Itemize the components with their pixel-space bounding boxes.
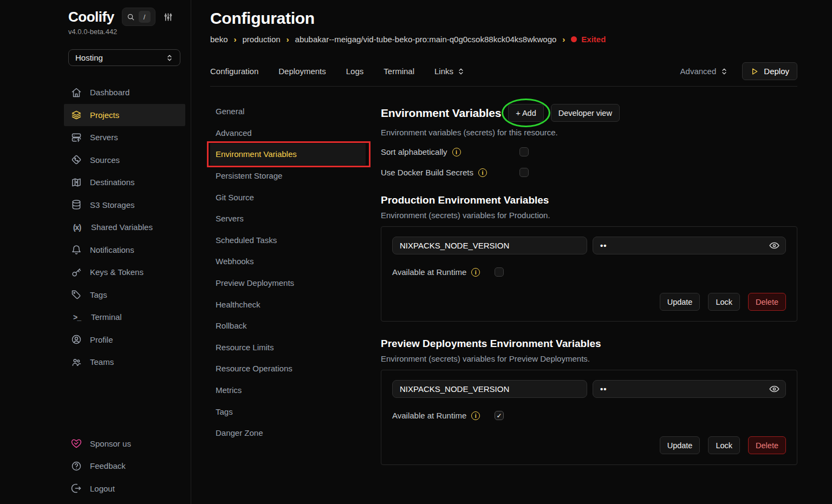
help-circle-icon <box>71 461 82 472</box>
available-at-runtime-checkbox[interactable]: ✓ <box>495 267 504 277</box>
info-icon: i <box>452 148 461 156</box>
sidebar-item-profile[interactable]: Profile <box>64 329 185 351</box>
panel-subtitle: Environment variables (secrets) for this… <box>381 128 797 137</box>
home-icon <box>71 87 82 98</box>
users-icon <box>71 357 82 368</box>
subnav-item-resource-limits[interactable]: Resource Limits <box>210 337 366 358</box>
sidebar-item-dashboard[interactable]: Dashboard <box>64 81 185 104</box>
status-badge: Exited <box>571 35 606 44</box>
subnav-item-webhooks[interactable]: Webhooks <box>210 251 366 272</box>
sidebar-item-label: Sources <box>90 155 120 165</box>
add-variable-button[interactable]: + Add <box>508 104 544 122</box>
lock-button[interactable]: Lock <box>708 293 740 311</box>
sidebar-item-label: Keys & Tokens <box>90 267 144 277</box>
tab-links-label: Links <box>434 67 453 76</box>
production-section-title: Production Environment Variables <box>381 194 797 206</box>
chevron-updown-icon <box>457 68 465 75</box>
subnav-item-persistent-storage[interactable]: Persistent Storage <box>210 165 366 187</box>
subnav-item-danger-zone[interactable]: Danger Zone <box>210 422 366 444</box>
sidebar-item-notifications[interactable]: Notifications <box>64 239 185 261</box>
variable-value-input[interactable] <box>593 380 786 398</box>
reveal-value-button[interactable] <box>769 240 780 251</box>
sidebar-item-projects[interactable]: Projects <box>64 104 185 127</box>
sidebar-header: Coolify / <box>68 8 185 26</box>
update-button[interactable]: Update <box>660 436 700 454</box>
production-variable-card: Available at Runtime i ✓ Update Lock Del… <box>381 226 797 322</box>
deploy-button[interactable]: Deploy <box>742 62 797 80</box>
subnav-item-resource-operations[interactable]: Resource Operations <box>210 358 366 379</box>
subnav-item-servers[interactable]: Servers <box>210 208 366 230</box>
subnav-item-preview-deployments[interactable]: Preview Deployments <box>210 272 366 294</box>
advanced-dropdown[interactable]: Advanced <box>680 67 729 76</box>
sidebar-item-teams[interactable]: Teams <box>64 351 185 374</box>
sidebar-item-s3-storages[interactable]: S3 Storages <box>64 194 185 217</box>
sidebar-item-tags[interactable]: Tags <box>64 284 185 306</box>
variable-name-input[interactable] <box>392 237 587 254</box>
terminal-icon: >_ <box>71 313 83 322</box>
sidebar-item-shared-variables[interactable]: (x) Shared Variables <box>64 216 185 239</box>
team-select[interactable]: Hosting <box>68 49 180 66</box>
available-at-runtime-row: Available at Runtime i ✓ <box>392 411 786 420</box>
tag-icon <box>71 289 82 300</box>
sort-alphabetically-checkbox[interactable]: ✓ <box>519 147 529 156</box>
sidebar-item-label: Dashboard <box>90 88 129 97</box>
preview-section-title: Preview Deployments Environment Variable… <box>381 338 797 350</box>
reveal-value-button[interactable] <box>769 383 780 395</box>
sidebar-item-label: Feedback <box>90 461 126 470</box>
app-sidebar: Coolify / v4.0.0-beta.442 Hosting Dashbo… <box>0 0 191 504</box>
lock-button[interactable]: Lock <box>708 436 740 454</box>
sidebar-item-terminal[interactable]: >_ Terminal <box>64 306 185 329</box>
sidebar-item-keys-tokens[interactable]: Keys & Tokens <box>64 261 185 284</box>
subnav-item-general[interactable]: General <box>210 101 366 122</box>
docker-build-secrets-row: Use Docker Build Secrets i ✓ <box>381 167 797 178</box>
sidebar-item-label: S3 Storages <box>90 200 135 210</box>
sidebar-item-servers[interactable]: Servers <box>64 126 185 149</box>
app-version: v4.0.0-beta.442 <box>68 28 185 36</box>
search-button[interactable]: / <box>122 8 155 26</box>
available-at-runtime-checkbox[interactable]: ✓ <box>495 411 504 420</box>
tab-terminal[interactable]: Terminal <box>384 67 414 76</box>
production-section-subtitle: Environment (secrets) variables for Prod… <box>381 211 797 220</box>
advanced-dropdown-label: Advanced <box>680 67 717 76</box>
info-icon: i <box>478 168 487 177</box>
variable-name-input[interactable] <box>392 380 587 398</box>
sidebar-item-sponsor-us[interactable]: Sponsor us <box>64 433 186 455</box>
tab-logs[interactable]: Logs <box>346 67 364 76</box>
tab-links[interactable]: Links <box>434 67 465 76</box>
sidebar-item-destinations[interactable]: Destinations <box>64 171 185 194</box>
subnav-item-rollback[interactable]: Rollback <box>210 315 366 337</box>
developer-view-button[interactable]: Developer view <box>551 104 620 122</box>
subnav-item-label: Environment Variables <box>216 149 297 159</box>
sidebar-item-feedback[interactable]: Feedback <box>64 455 186 477</box>
subnav-item-environment-variables[interactable]: Environment Variables <box>210 143 366 165</box>
subnav-item-git-source[interactable]: Git Source <box>210 186 366 208</box>
docker-build-secrets-checkbox[interactable]: ✓ <box>519 168 529 177</box>
sidebar-item-label: Teams <box>90 357 114 366</box>
key-icon <box>71 267 82 278</box>
info-icon: i <box>471 411 480 420</box>
tab-deployments[interactable]: Deployments <box>278 67 326 76</box>
breadcrumb-environment[interactable]: production <box>243 35 281 44</box>
update-button[interactable]: Update <box>660 293 700 311</box>
shared-variables-icon: (x) <box>71 223 83 232</box>
delete-button[interactable]: Delete <box>748 293 786 311</box>
settings-sliders-icon[interactable] <box>163 12 173 22</box>
preview-section-subtitle: Environment (secrets) variables for Prev… <box>381 354 797 363</box>
variable-value-input[interactable] <box>593 237 786 254</box>
sidebar-item-logout[interactable]: Logout <box>64 477 186 500</box>
deploy-button-label: Deploy <box>764 67 789 76</box>
breadcrumb-team[interactable]: beko <box>210 35 228 44</box>
tab-configuration[interactable]: Configuration <box>210 67 258 76</box>
subnav-item-tags[interactable]: Tags <box>210 401 366 422</box>
logout-icon <box>71 483 82 494</box>
environment-variables-panel: Environment Variables + Add Developer vi… <box>381 101 797 465</box>
subnav-item-scheduled-tasks[interactable]: Scheduled Tasks <box>210 230 366 251</box>
preview-variable-card: Available at Runtime i ✓ Update Lock Del… <box>381 370 797 465</box>
subnav-item-healthcheck[interactable]: Healthcheck <box>210 293 366 315</box>
sidebar-item-sources[interactable]: Sources <box>64 149 185 172</box>
delete-button[interactable]: Delete <box>748 436 786 454</box>
subnav-item-metrics[interactable]: Metrics <box>210 379 366 401</box>
eye-icon <box>769 240 780 251</box>
subnav-item-advanced[interactable]: Advanced <box>210 122 366 144</box>
breadcrumb-resource[interactable]: abubakar--meigag/vid-tube-beko-pro:main-… <box>295 35 557 44</box>
